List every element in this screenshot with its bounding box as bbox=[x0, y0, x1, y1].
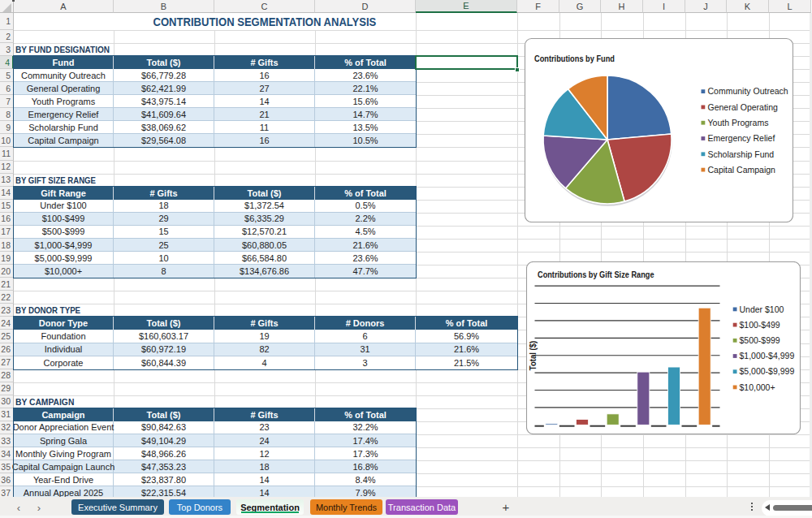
svg-text:$100-$499: $100-$499 bbox=[740, 320, 780, 330]
svg-text:$1,000-$4,999: $1,000-$4,999 bbox=[740, 351, 795, 360]
svg-text:$500-$999: $500-$999 bbox=[740, 335, 780, 345]
svg-text:Youth Programs: Youth Programs bbox=[708, 118, 769, 127]
svg-text:Contributions by Fund: Contributions by Fund bbox=[534, 54, 615, 63]
svg-text:Scholarship Fund: Scholarship Fund bbox=[708, 149, 775, 159]
svg-text:Contributions by Gift Size Ran: Contributions by Gift Size Range bbox=[538, 270, 654, 279]
svg-text:Emergency Relief: Emergency Relief bbox=[708, 133, 775, 143]
svg-text:Capital Campaign: Capital Campaign bbox=[708, 165, 776, 175]
svg-text:$10,000+: $10,000+ bbox=[740, 382, 775, 392]
svg-text:$5,000-$9,999: $5,000-$9,999 bbox=[740, 366, 795, 376]
svg-text:Community Outreach: Community Outreach bbox=[708, 86, 788, 96]
svg-text:General Operating: General Operating bbox=[708, 102, 779, 112]
svg-text:Under $100: Under $100 bbox=[740, 304, 784, 314]
